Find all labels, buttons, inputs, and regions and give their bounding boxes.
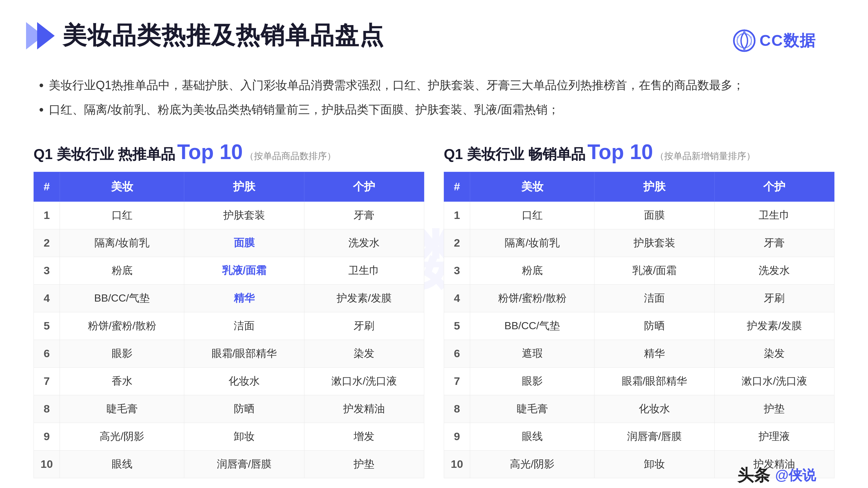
table2-cell-7-1: 睫毛膏: [470, 395, 594, 423]
table-row: 4BB/CC/气垫精华护发素/发膜: [34, 284, 424, 312]
table1-cell-9-0: 10: [34, 450, 60, 478]
table2-block: Q1 美妆行业 畅销单品 Top 10 （按单品新增销量排序） # 美妆 护肤 …: [444, 140, 834, 478]
table2-cell-1-2: 护肤套装: [594, 229, 714, 257]
table-row: 3粉底乳液/面霜卫生巾: [34, 257, 424, 284]
table-row: 5BB/CC/气垫防晒护发素/发膜: [444, 312, 834, 340]
table2-cell-3-0: 4: [444, 284, 470, 312]
footer-brand-name2: @侠说: [775, 466, 816, 484]
table1-cell-2-2: 乳液/面霜: [184, 257, 304, 284]
table-row: 8睫毛膏防晒护发精油: [34, 395, 424, 423]
header-bar: 美妆品类热推及热销单品盘点: [26, 20, 842, 59]
table1-cell-2-0: 3: [34, 257, 60, 284]
table1-cell-9-1: 眼线: [60, 450, 184, 478]
table2-cell-6-0: 7: [444, 367, 470, 395]
table2-cell-9-0: 10: [444, 450, 470, 478]
table2-cell-0-3: 卫生巾: [714, 201, 834, 229]
table1-cell-3-1: BB/CC/气垫: [60, 284, 184, 312]
table1-cell-4-0: 5: [34, 312, 60, 340]
svg-point-6: [737, 43, 739, 45]
arrow-decoration-front: [37, 22, 55, 50]
bullets-section: • 美妆行业Q1热推单品中，基础护肤、入门彩妆单品消费需求强烈，口红、护肤套装、…: [39, 75, 842, 120]
table2-cell-0-1: 口红: [470, 201, 594, 229]
svg-point-5: [743, 47, 746, 50]
table-row: 6眼影眼霜/眼部精华染发: [34, 340, 424, 367]
table2-cell-7-2: 化妆水: [594, 395, 714, 423]
table-row: 4粉饼/蜜粉/散粉洁面牙刷: [444, 284, 834, 312]
table1-cell-8-2: 卸妆: [184, 423, 304, 450]
table1-cell-0-3: 牙膏: [304, 201, 424, 229]
svg-point-2: [743, 31, 746, 34]
table1-cell-3-2: 精华: [184, 284, 304, 312]
table-row: 2隔离/妆前乳护肤套装牙膏: [444, 229, 834, 257]
table1-cell-2-3: 卫生巾: [304, 257, 424, 284]
table1-cell-6-3: 漱口水/洗口液: [304, 367, 424, 395]
table2-cell-8-1: 眼线: [470, 423, 594, 450]
table2-cell-1-3: 牙膏: [714, 229, 834, 257]
bullet-dot-2: •: [39, 99, 43, 120]
bullet-text-2: 口红、隔离/妆前乳、粉底为美妆品类热销销量前三，护肤品类下面膜、护肤套装、乳液/…: [49, 99, 559, 120]
table2-cell-2-1: 粉底: [470, 257, 594, 284]
svg-point-7: [737, 36, 739, 38]
table-row: 7香水化妆水漱口水/洗口液: [34, 367, 424, 395]
table1-cell-0-0: 1: [34, 201, 60, 229]
table2-cell-5-1: 遮瑕: [470, 340, 594, 367]
bullet-text-1: 美妆行业Q1热推单品中，基础护肤、入门彩妆单品消费需求强烈，口红、护肤套装、牙膏…: [49, 75, 744, 96]
table2-cell-2-0: 3: [444, 257, 470, 284]
table2-cell-8-0: 9: [444, 423, 470, 450]
table1-col-makeup: 美妆: [60, 172, 184, 201]
table-row: 6遮瑕精华染发: [444, 340, 834, 367]
table1-cell-1-3: 洗发水: [304, 229, 424, 257]
table1-cell-8-0: 9: [34, 423, 60, 450]
table1-title-note: （按单品商品数排序）: [245, 150, 336, 162]
table1-cell-5-1: 眼影: [60, 340, 184, 367]
table-row: 5粉饼/蜜粉/散粉洁面牙刷: [34, 312, 424, 340]
table1-cell-8-3: 增发: [304, 423, 424, 450]
footer-brand-name1: 头条: [738, 464, 770, 486]
table1-col-personal: 个护: [304, 172, 424, 201]
table1-cell-7-0: 8: [34, 395, 60, 423]
table2-col-rank: #: [444, 172, 470, 201]
table1-cell-5-2: 眼霜/眼部精华: [184, 340, 304, 367]
table1-title-prefix: Q1 美妆行业 热推单品: [34, 145, 175, 164]
table2-col-skincare: 护肤: [594, 172, 714, 201]
table2-col-makeup: 美妆: [470, 172, 594, 201]
table2-cell-7-0: 8: [444, 395, 470, 423]
table2-cell-6-3: 漱口水/洗口液: [714, 367, 834, 395]
table2-cell-1-0: 2: [444, 229, 470, 257]
table-row: 3粉底乳液/面霜洗发水: [444, 257, 834, 284]
table2-cell-2-2: 乳液/面霜: [594, 257, 714, 284]
table2-cell-4-2: 防晒: [594, 312, 714, 340]
table1-cell-0-1: 口红: [60, 201, 184, 229]
table2-cell-0-2: 面膜: [594, 201, 714, 229]
table2-cell-9-1: 高光/阴影: [470, 450, 594, 478]
table2-cell-4-0: 5: [444, 312, 470, 340]
table1-block: Q1 美妆行业 热推单品 Top 10 （按单品商品数排序） # 美妆 护肤 个…: [34, 140, 424, 478]
table1-cell-3-3: 护发素/发膜: [304, 284, 424, 312]
table2-cell-6-2: 眼霜/眼部精华: [594, 367, 714, 395]
table1-cell-6-2: 化妆水: [184, 367, 304, 395]
table2-cell-8-3: 护理液: [714, 423, 834, 450]
page-title: 美妆品类热推及热销单品盘点: [63, 20, 384, 52]
table1-header-row: # 美妆 护肤 个护: [34, 172, 424, 201]
table2-cell-3-3: 牙刷: [714, 284, 834, 312]
table1-cell-1-0: 2: [34, 229, 60, 257]
table2-cell-6-1: 眼影: [470, 367, 594, 395]
table-row: 1口红面膜卫生巾: [444, 201, 834, 229]
table1-cell-1-1: 隔离/妆前乳: [60, 229, 184, 257]
table1-cell-3-0: 4: [34, 284, 60, 312]
table1-col-skincare: 护肤: [184, 172, 304, 201]
table1-cell-9-2: 润唇膏/唇膜: [184, 450, 304, 478]
table1-cell-7-3: 护发精油: [304, 395, 424, 423]
table2-title-note: （按单品新增销量排序）: [655, 150, 755, 162]
table2-cell-3-2: 洁面: [594, 284, 714, 312]
bullet-dot-1: •: [39, 75, 43, 96]
table2-title-prefix: Q1 美妆行业 畅销单品: [444, 145, 585, 164]
table1-cell-9-3: 护垫: [304, 450, 424, 478]
table2-cell-0-0: 1: [444, 201, 470, 229]
table2-cell-5-3: 染发: [714, 340, 834, 367]
table2-cell-5-0: 6: [444, 340, 470, 367]
cc-logo-icon: [733, 29, 756, 52]
table2-title: Q1 美妆行业 畅销单品 Top 10 （按单品新增销量排序）: [444, 140, 834, 164]
bullet-item-1: • 美妆行业Q1热推单品中，基础护肤、入门彩妆单品消费需求强烈，口红、护肤套装、…: [39, 75, 842, 96]
table2-col-personal: 个护: [714, 172, 834, 201]
